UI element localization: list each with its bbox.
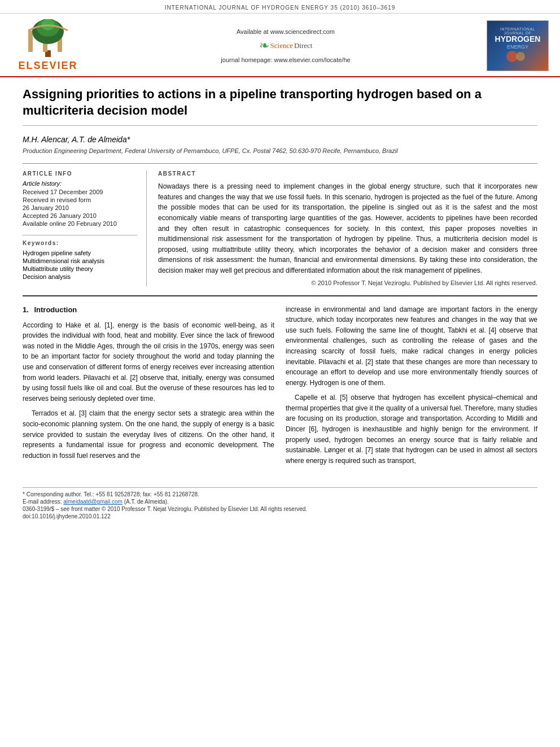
hj-cover-main: HYDROGEN [495,35,541,43]
intro-para-1: According to Hake et al. [1], energy is … [23,320,274,404]
hydrogen-journal-cover: InternationalJournal of HYDROGEN ENERGY [487,20,549,71]
sd-science-text: Science [270,41,293,50]
footnote-2: E-mail address: almeidaatd@gmail.com (A.… [23,499,537,505]
article-info-abstract-row: ARTICLE INFO Article history: Received 1… [23,163,537,286]
revised-label: Received in revised form [23,196,137,203]
intro-para-2: Terrados et al. [3] claim that the energ… [23,408,274,461]
email-attribution: (A.T. de Almeida). [124,499,169,505]
section-title-text: Introduction [34,305,77,314]
main-content: Assigning priorities to actions in a pip… [0,77,560,482]
elsevier-brand-text: ELSEVIER [18,60,77,72]
keywords-label: Keywords: [23,240,137,246]
available-at-text: Available at www.sciencedirect.com [85,28,487,35]
article-info-title: ARTICLE INFO [23,171,137,177]
elsevier-tree-icon [23,19,73,59]
footer: * Corresponding author. Tel.: +55 81 925… [23,487,537,519]
footnote-4: doi:10.1016/j.ijhydene.2010.01.122 [23,513,537,519]
article-title: Assigning priorities to actions in a pip… [23,86,537,126]
body-section: 1. Introduction According to Hake et al.… [23,295,537,471]
journal-header-text: INTERNATIONAL JOURNAL OF HYDROGEN ENERGY… [165,5,395,11]
abstract-section: ABSTRACT Nowadays there is a pressing ne… [158,171,537,286]
top-banner: ELSEVIER Available at www.sciencedirect.… [0,14,560,77]
page: INTERNATIONAL JOURNAL OF HYDROGEN ENERGY… [0,0,560,747]
online-date: Available online 20 February 2010 [23,220,137,227]
sd-leaves-icon: ❧ [259,38,269,53]
keyword-1: Hydrogen pipeline safety [23,250,137,256]
authors: M.H. Alencar, A.T. de Almeida* [23,135,537,144]
keyword-2: Multidimensional risk analysis [23,257,137,264]
introduction-heading: 1. Introduction [23,304,274,316]
section-number: 1. [23,305,29,314]
email-link[interactable]: almeidaatd@gmail.com [63,499,123,505]
hj-cover-line1: InternationalJournal of [500,27,535,35]
elsevier-logo: ELSEVIER [11,19,85,72]
keyword-4: Decision analysis [23,273,137,280]
hj-cover-sub: ENERGY [507,44,528,50]
hj-cover-graphic [501,50,535,64]
article-info-panel: ARTICLE INFO Article history: Received 1… [23,171,147,286]
keyword-3: Multiattribute utility theory [23,265,137,272]
accepted-date: Accepted 26 January 2010 [23,212,137,219]
abstract-text: Nowadays there is a pressing need to imp… [158,181,537,276]
right-para-1: increase in environmental and land damag… [286,304,537,388]
svg-point-8 [516,52,525,61]
received-date: Received 17 December 2009 [23,189,137,195]
footnote-3: 0360-3199/$ – see front matter © 2010 Pr… [23,506,537,512]
footnote-1: * Corresponding author. Tel.: +55 81 925… [23,491,537,497]
right-para-2: Capelle et al. [5] observe that hydrogen… [286,392,537,466]
svg-rect-1 [28,30,33,52]
history-label: Article history: [23,180,137,187]
revised-date: 26 January 2010 [23,204,137,211]
abstract-title: ABSTRACT [158,171,537,177]
sciencedirect-logo: ❧ ScienceDirect [259,38,313,53]
sd-direct-text: Direct [294,41,312,50]
keywords-section: Keywords: Hydrogen pipeline safety Multi… [23,235,137,280]
abstract-copyright: © 2010 Professor T. Nejat Veziroglu. Pub… [158,279,537,286]
journal-homepage-text: journal homepage: www.elsevier.com/locat… [85,56,487,63]
author-names: M.H. Alencar, A.T. de Almeida* [23,135,130,144]
body-left-col: 1. Introduction According to Hake et al.… [23,304,274,471]
center-banner: Available at www.sciencedirect.com ❧ Sci… [85,28,487,63]
journal-header: INTERNATIONAL JOURNAL OF HYDROGEN ENERGY… [0,0,560,14]
body-right-col: increase in environmental and land damag… [286,304,537,471]
affiliation: Production Engineering Department, Feder… [23,147,537,154]
